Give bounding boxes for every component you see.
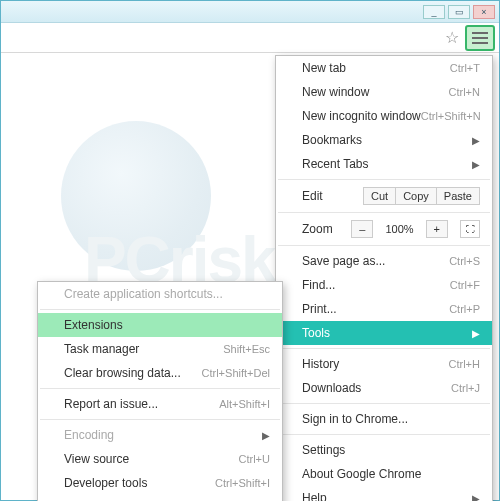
submenu-clear-data[interactable]: Clear browsing data...Ctrl+Shift+Del bbox=[38, 361, 282, 385]
fullscreen-button[interactable]: ⛶ bbox=[460, 220, 480, 238]
browser-window: _ ▭ × ☆ PCrisk.com New tabCtrl+T New win… bbox=[0, 0, 500, 501]
separator bbox=[40, 309, 280, 310]
menu-settings[interactable]: Settings bbox=[276, 438, 492, 462]
separator bbox=[40, 419, 280, 420]
zoom-in-button[interactable]: + bbox=[426, 220, 448, 238]
menu-recent-tabs[interactable]: Recent Tabs▶ bbox=[276, 152, 492, 176]
minimize-button[interactable]: _ bbox=[423, 5, 445, 19]
separator bbox=[278, 348, 490, 349]
close-button[interactable]: × bbox=[473, 5, 495, 19]
submenu-shortcuts: Create application shortcuts... bbox=[38, 282, 282, 306]
menu-button[interactable] bbox=[465, 25, 495, 51]
submenu-devtools[interactable]: Developer toolsCtrl+Shift+I bbox=[38, 471, 282, 495]
menu-tools[interactable]: Tools▶ bbox=[276, 321, 492, 345]
maximize-button[interactable]: ▭ bbox=[448, 5, 470, 19]
submenu-task-manager[interactable]: Task managerShift+Esc bbox=[38, 337, 282, 361]
separator bbox=[278, 434, 490, 435]
menu-new-tab[interactable]: New tabCtrl+T bbox=[276, 56, 492, 80]
separator bbox=[278, 245, 490, 246]
toolbar: ☆ bbox=[1, 23, 499, 53]
tools-submenu: Create application shortcuts... Extensio… bbox=[37, 281, 283, 501]
chevron-right-icon: ▶ bbox=[472, 135, 480, 146]
chevron-right-icon: ▶ bbox=[472, 159, 480, 170]
titlebar: _ ▭ × bbox=[1, 1, 499, 23]
menu-signin[interactable]: Sign in to Chrome... bbox=[276, 407, 492, 431]
menu-help[interactable]: Help▶ bbox=[276, 486, 492, 501]
menu-history[interactable]: HistoryCtrl+H bbox=[276, 352, 492, 376]
paste-button[interactable]: Paste bbox=[437, 187, 480, 205]
submenu-extensions[interactable]: Extensions bbox=[38, 313, 282, 337]
zoom-level: 100% bbox=[379, 223, 419, 235]
main-menu: New tabCtrl+T New windowCtrl+N New incog… bbox=[275, 55, 493, 501]
bookmark-star-icon[interactable]: ☆ bbox=[445, 28, 459, 47]
separator bbox=[278, 403, 490, 404]
menu-edit-row: Edit Cut Copy Paste bbox=[276, 183, 492, 209]
menu-downloads[interactable]: DownloadsCtrl+J bbox=[276, 376, 492, 400]
menu-new-window[interactable]: New windowCtrl+N bbox=[276, 80, 492, 104]
separator bbox=[278, 179, 490, 180]
submenu-encoding[interactable]: Encoding▶ bbox=[38, 423, 282, 447]
menu-about[interactable]: About Google Chrome bbox=[276, 462, 492, 486]
menu-bookmarks[interactable]: Bookmarks▶ bbox=[276, 128, 492, 152]
zoom-out-button[interactable]: – bbox=[351, 220, 373, 238]
cut-button[interactable]: Cut bbox=[363, 187, 396, 205]
chevron-right-icon: ▶ bbox=[472, 493, 480, 502]
chevron-right-icon: ▶ bbox=[472, 328, 480, 339]
submenu-js-console[interactable]: JavaScript consoleCtrl+Shift+J bbox=[38, 495, 282, 501]
menu-incognito[interactable]: New incognito windowCtrl+Shift+N bbox=[276, 104, 492, 128]
copy-button[interactable]: Copy bbox=[396, 187, 437, 205]
menu-find[interactable]: Find...Ctrl+F bbox=[276, 273, 492, 297]
submenu-view-source[interactable]: View sourceCtrl+U bbox=[38, 447, 282, 471]
submenu-report-issue[interactable]: Report an issue...Alt+Shift+I bbox=[38, 392, 282, 416]
separator bbox=[278, 212, 490, 213]
menu-zoom-row: Zoom – 100% + ⛶ bbox=[276, 216, 492, 242]
menu-print[interactable]: Print...Ctrl+P bbox=[276, 297, 492, 321]
menu-save-page[interactable]: Save page as...Ctrl+S bbox=[276, 249, 492, 273]
chevron-right-icon: ▶ bbox=[262, 430, 270, 441]
separator bbox=[40, 388, 280, 389]
